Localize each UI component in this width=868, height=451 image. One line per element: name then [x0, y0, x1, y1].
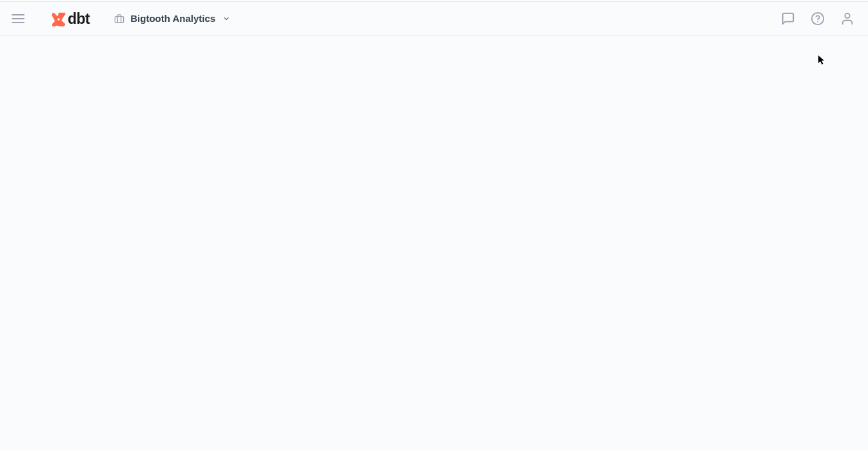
chevron-down-icon — [222, 15, 230, 23]
app-header: dbt Bigtooth Analytics — [0, 2, 868, 35]
hamburger-menu-button[interactable] — [12, 11, 27, 26]
dbt-logo[interactable]: dbt — [52, 10, 90, 28]
hamburger-icon — [12, 22, 25, 23]
chat-icon — [781, 12, 795, 26]
hamburger-icon — [12, 18, 25, 19]
dbt-logo-text: dbt — [68, 10, 90, 28]
user-icon — [840, 12, 854, 26]
org-selector[interactable]: Bigtooth Analytics — [114, 13, 230, 24]
main-content — [0, 35, 868, 451]
user-profile-button[interactable] — [837, 8, 858, 29]
help-icon — [811, 12, 825, 26]
dbt-logo-icon — [52, 12, 66, 26]
org-name-label: Bigtooth Analytics — [130, 13, 215, 24]
help-button[interactable] — [807, 8, 828, 29]
header-left: dbt Bigtooth Analytics — [10, 9, 230, 28]
header-right — [778, 8, 858, 29]
svg-point-4 — [845, 13, 849, 17]
hamburger-icon — [12, 14, 25, 15]
briefcase-icon — [114, 14, 124, 24]
chat-button[interactable] — [778, 8, 798, 29]
svg-point-0 — [57, 18, 59, 20]
svg-rect-1 — [115, 16, 124, 22]
